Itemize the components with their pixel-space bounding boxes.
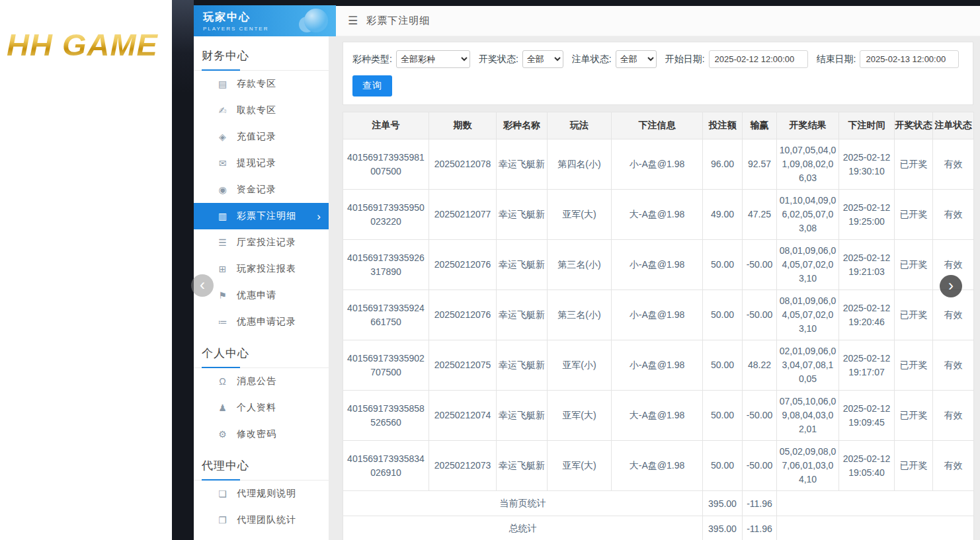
topbar: ☰ 彩票下注明细	[336, 5, 980, 36]
search-button[interactable]: 查询	[352, 75, 392, 96]
table-cell: 第四名(小)	[548, 139, 612, 190]
main-content: 彩种类型: 全部彩种 开奖状态: 全部 注单状态: 全部 开始日期: 结束日期:…	[329, 36, 980, 540]
table-cell: 401569173935981007500	[343, 139, 429, 190]
column-header: 下注信息	[612, 112, 703, 139]
withdraw-icon: ✍	[217, 105, 228, 116]
table-cell: 亚军(大)	[548, 391, 612, 441]
carousel-right-arrow[interactable]: ›	[940, 275, 962, 297]
section-heading-label: 财务中心	[202, 50, 249, 62]
start-date-label: 开始日期:	[665, 54, 705, 65]
table-cell: 08,01,09,06,04,05,07,02,03,10	[777, 290, 839, 340]
table-cell: 已开奖	[895, 240, 933, 290]
sidebar-item-hall-bet-records[interactable]: ☰厅室投注记录	[194, 229, 329, 256]
sidebar-item-personal-profile[interactable]: ♟个人资料	[194, 395, 329, 421]
column-header: 开奖状态	[895, 112, 933, 139]
sidebar-item-label: 优惠申请记录	[237, 316, 296, 328]
sidebar-item-promo-application-records[interactable]: ≔优惠申请记录	[194, 309, 329, 335]
table-row: 40156917393592466175020250212076幸运飞艇新第三名…	[343, 290, 974, 340]
table-cell: 有效	[933, 139, 974, 190]
table-row: 40156917393585852656020250212074幸运飞艇新亚军(…	[343, 391, 974, 441]
table-cell: 小-A盘@1.98	[612, 340, 703, 391]
sidebar-item-label: 充值记录	[237, 131, 276, 143]
section-heading-label: 代理中心	[202, 459, 249, 472]
sidebar-item-announcements[interactable]: Ω消息公告	[194, 368, 329, 395]
end-date-label: 结束日期:	[817, 54, 856, 65]
sidebar-item-promo-application[interactable]: ⚑优惠申请	[194, 282, 329, 309]
table-cell: 亚军(大)	[548, 441, 612, 491]
table-row: 40156917393592631789020250212076幸运飞艇新第三名…	[343, 240, 974, 290]
sidebar-item-label: 取款专区	[237, 104, 276, 116]
table-cell: 2025-02-12 19:05:40	[839, 441, 895, 491]
section-heading-label: 个人中心	[202, 347, 249, 360]
sidebar-item-change-password[interactable]: ⚙修改密码	[194, 421, 329, 447]
sidebar-item-withdrawal-records[interactable]: ✉提现记录	[194, 150, 329, 176]
column-header: 彩种名称	[497, 112, 548, 139]
table-cell: 20250212076	[429, 240, 497, 290]
section-heading: 个人中心	[194, 344, 329, 368]
sidebar-item-deposit-zone[interactable]: ▤存款专区	[194, 71, 329, 97]
table-cell: 小-A盘@1.98	[612, 240, 703, 290]
table-cell: 401569173935926317890	[343, 240, 429, 290]
draw-status-select[interactable]: 全部	[522, 50, 563, 68]
table-row: 40156917393598100750020250212078幸运飞艇新第四名…	[343, 139, 974, 190]
table-cell: 幸运飞艇新	[497, 290, 548, 340]
table-row: 40156917393583402691020250212073幸运飞艇新亚军(…	[343, 441, 974, 491]
chevron-right-icon: ›	[317, 211, 321, 222]
table-cell: 20250212075	[429, 340, 497, 391]
lottery-type-select[interactable]: 全部彩种	[396, 50, 470, 68]
table-cell: 已开奖	[895, 441, 933, 491]
table-cell: -50.00	[743, 240, 777, 290]
hall-bet-records-icon: ☰	[217, 237, 228, 248]
lottery-bet-details-icon: ▥	[217, 211, 228, 221]
table-cell: 已开奖	[895, 340, 933, 391]
sidebar-item-player-bet-report[interactable]: ⊞玩家投注报表	[194, 256, 329, 282]
sidebar-header: 玩家中心 PLAYERS CENTER	[194, 5, 336, 36]
table-cell: 20250212076	[429, 290, 497, 340]
sidebar-item-withdraw-zone[interactable]: ✍取款专区	[194, 97, 329, 124]
summary-bet-total: 395.00	[703, 516, 743, 540]
summary-winloss-total: -11.96	[743, 516, 777, 540]
sidebar-item-label: 资金记录	[237, 184, 276, 196]
start-date-input[interactable]	[709, 50, 808, 68]
lottery-type-label: 彩种类型:	[352, 54, 392, 65]
table-cell: 20250212074	[429, 391, 497, 441]
section-heading: 财务中心	[194, 47, 329, 71]
table-cell: 20250212073	[429, 441, 497, 491]
sidebar-item-lottery-bet-details[interactable]: ▥彩票下注明细›	[194, 203, 329, 229]
table-cell: 07,05,10,06,09,08,04,03,02,01	[777, 391, 839, 441]
sidebar-item-recharge-records[interactable]: ◈充值记录	[194, 124, 329, 150]
order-status-select[interactable]: 全部	[616, 50, 657, 68]
table-cell: 50.00	[703, 391, 743, 441]
sidebar-item-label: 厅室投注记录	[237, 237, 296, 249]
table-cell: -50.00	[743, 391, 777, 441]
sidebar-item-agent-team-stats[interactable]: ❐代理团队统计	[194, 507, 329, 533]
table-cell: 50.00	[703, 290, 743, 340]
section-heading: 代理中心	[194, 457, 329, 481]
promo-application-icon: ⚑	[217, 290, 228, 301]
table-row: 40156917393595002322020250212077幸运飞艇新亚军(…	[343, 190, 974, 240]
game-ball-icon	[304, 9, 328, 32]
bets-table-head: 注单号期数彩种名称玩法下注信息投注额输赢开奖结果下注时间开奖状态注单状态	[343, 112, 974, 139]
table-cell: 92.57	[743, 139, 777, 190]
summary-label: 当前页统计	[343, 491, 703, 516]
table-cell: 已开奖	[895, 391, 933, 441]
sidebar-item-funds-records[interactable]: ◉资金记录	[194, 176, 329, 203]
summary-empty	[777, 516, 974, 540]
table-cell: 2025-02-12 19:25:00	[839, 190, 895, 240]
table-row: 40156917393590270750020250212075幸运飞艇新亚军(…	[343, 340, 974, 391]
withdrawal-records-icon: ✉	[217, 158, 228, 169]
sidebar-item-agent-rules[interactable]: ❏代理规则说明	[194, 481, 329, 507]
table-header-row: 注单号期数彩种名称玩法下注信息投注额输赢开奖结果下注时间开奖状态注单状态	[343, 112, 974, 139]
sidebar-item-label: 代理团队统计	[237, 514, 296, 526]
end-date-input[interactable]	[860, 50, 959, 68]
left-dark-strip	[172, 0, 194, 540]
sidebar-item-label: 代理规则说明	[237, 488, 296, 500]
sidebar-item-label: 玩家投注报表	[237, 263, 296, 275]
hamburger-icon[interactable]: ☰	[348, 14, 358, 28]
table-cell: 2025-02-12 19:21:03	[839, 240, 895, 290]
table-cell: 幸运飞艇新	[497, 139, 548, 190]
document-icon: ❏	[217, 488, 228, 499]
carousel-left-arrow[interactable]: ‹	[191, 274, 214, 297]
filter-panel: 彩种类型: 全部彩种 开奖状态: 全部 注单状态: 全部 开始日期: 结束日期:…	[343, 42, 973, 105]
table-cell: 20250212078	[429, 139, 497, 190]
